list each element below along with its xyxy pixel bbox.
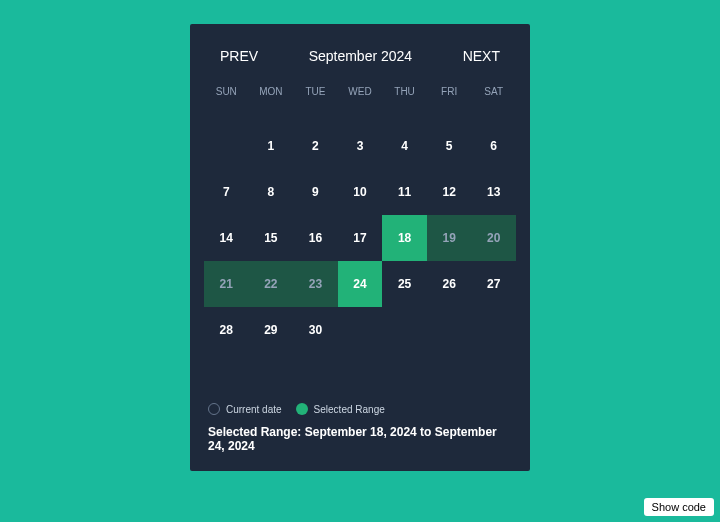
- day-empty: [204, 123, 249, 169]
- calendar-widget: PREV September 2024 NEXT SUN MON TUE WED…: [190, 24, 530, 471]
- day-cell[interactable]: 25: [382, 261, 427, 307]
- days-grid: 1234567891011121314151617181920212223242…: [204, 123, 516, 353]
- day-cell[interactable]: 19: [427, 215, 472, 261]
- day-cell[interactable]: 22: [249, 261, 294, 307]
- day-cell[interactable]: 2: [293, 123, 338, 169]
- month-title: September 2024: [309, 48, 413, 64]
- day-cell[interactable]: 10: [338, 169, 383, 215]
- day-cell[interactable]: 20: [471, 215, 516, 261]
- day-cell[interactable]: 11: [382, 169, 427, 215]
- day-cell[interactable]: 16: [293, 215, 338, 261]
- day-cell[interactable]: 21: [204, 261, 249, 307]
- legend-current: Current date: [208, 403, 282, 415]
- legend-current-label: Current date: [226, 404, 282, 415]
- weekday-label: SAT: [471, 82, 516, 101]
- legend-selected: Selected Range: [296, 403, 385, 415]
- circle-filled-icon: [296, 403, 308, 415]
- day-cell[interactable]: 14: [204, 215, 249, 261]
- day-cell[interactable]: 15: [249, 215, 294, 261]
- day-cell[interactable]: 8: [249, 169, 294, 215]
- prev-button[interactable]: PREV: [220, 48, 258, 64]
- day-cell[interactable]: 26: [427, 261, 472, 307]
- day-cell[interactable]: 1: [249, 123, 294, 169]
- calendar-header: PREV September 2024 NEXT: [204, 44, 516, 82]
- day-cell[interactable]: 17: [338, 215, 383, 261]
- day-cell[interactable]: 24: [338, 261, 383, 307]
- legend: Current date Selected Range: [204, 403, 516, 415]
- weekday-label: TUE: [293, 82, 338, 101]
- next-button[interactable]: NEXT: [463, 48, 500, 64]
- weekday-label: MON: [249, 82, 294, 101]
- day-cell[interactable]: 28: [204, 307, 249, 353]
- weekday-label: FRI: [427, 82, 472, 101]
- day-cell[interactable]: 9: [293, 169, 338, 215]
- selected-range-text: Selected Range: September 18, 2024 to Se…: [204, 425, 516, 453]
- day-cell[interactable]: 4: [382, 123, 427, 169]
- show-code-button[interactable]: Show code: [644, 498, 714, 516]
- weekday-label: WED: [338, 82, 383, 101]
- weekday-label: THU: [382, 82, 427, 101]
- day-cell[interactable]: 12: [427, 169, 472, 215]
- day-cell[interactable]: 27: [471, 261, 516, 307]
- circle-outline-icon: [208, 403, 220, 415]
- day-cell[interactable]: 23: [293, 261, 338, 307]
- legend-selected-label: Selected Range: [314, 404, 385, 415]
- weekday-row: SUN MON TUE WED THU FRI SAT: [204, 82, 516, 101]
- day-cell[interactable]: 29: [249, 307, 294, 353]
- day-cell[interactable]: 13: [471, 169, 516, 215]
- weekday-label: SUN: [204, 82, 249, 101]
- day-cell[interactable]: 30: [293, 307, 338, 353]
- day-cell[interactable]: 5: [427, 123, 472, 169]
- day-cell[interactable]: 3: [338, 123, 383, 169]
- day-cell[interactable]: 18: [382, 215, 427, 261]
- day-cell[interactable]: 7: [204, 169, 249, 215]
- day-cell[interactable]: 6: [471, 123, 516, 169]
